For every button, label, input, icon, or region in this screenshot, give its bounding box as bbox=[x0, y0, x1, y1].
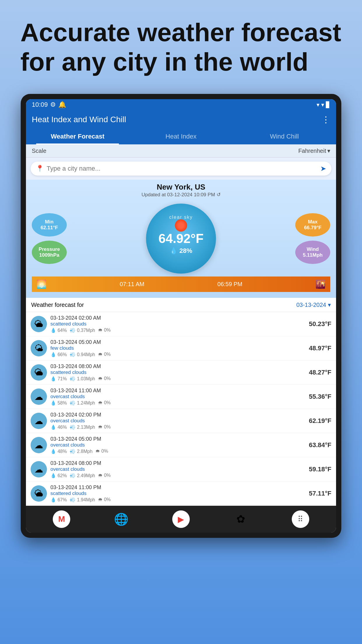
forecast-datetime: 03-13-2024 11:00 AM bbox=[50, 388, 305, 394]
forecast-meta: 💧 48% 💨 2.8Mph 🌧 0% bbox=[50, 449, 305, 454]
forecast-details: 03-13-2024 08:00 PM overcast clouds 💧 62… bbox=[50, 460, 305, 478]
forecast-label: Weather forecast for bbox=[31, 302, 84, 308]
forecast-meta: 💧 64% 💨 0.37Mph 🌧 0% bbox=[50, 328, 305, 333]
min-value: 62.11°F bbox=[41, 225, 58, 231]
search-bar: 📍 ➤ bbox=[31, 162, 331, 176]
menu-icon[interactable]: ⋮ bbox=[321, 114, 330, 125]
max-value: 66.79°F bbox=[304, 225, 321, 231]
forecast-row: ☁ 03-13-2024 11:00 AM overcast clouds 💧 … bbox=[26, 385, 336, 409]
wifi-full-icon: ▾ bbox=[321, 101, 324, 108]
tab-heat-index[interactable]: Heat Index bbox=[129, 129, 233, 144]
location-icon: 📍 bbox=[36, 165, 44, 172]
forecast-temp: 62.19°F bbox=[309, 417, 331, 425]
forecast-temp: 63.84°F bbox=[309, 441, 331, 449]
sunset-time: 06:59 PM bbox=[217, 281, 242, 288]
forecast-meta: 💧 46% 💨 2.13Mph 🌧 0% bbox=[50, 424, 305, 430]
humidity-icon: 💧 67% bbox=[50, 497, 67, 503]
nav-chrome-icon[interactable]: 🌐 bbox=[113, 510, 130, 528]
forecast-cloud-icon: 🌥 bbox=[31, 316, 47, 332]
humidity-icon: 💧 62% bbox=[50, 473, 67, 478]
forecast-cloud-icon: ☁ bbox=[31, 388, 47, 405]
forecast-details: 03-13-2024 05:00 AM few clouds 💧 66% 💨 0… bbox=[50, 339, 305, 357]
nav-apps-icon[interactable]: ⠿ bbox=[292, 510, 309, 528]
humidity-value: 28% bbox=[179, 247, 192, 255]
forecast-datetime: 03-13-2024 02:00 PM bbox=[50, 412, 305, 418]
chevron-down-icon: ▾ bbox=[328, 301, 331, 308]
rain-icon: 🌧 0% bbox=[98, 400, 111, 406]
scale-dropdown[interactable]: Fahrenheit ▾ bbox=[298, 147, 330, 154]
rain-icon: 🌧 0% bbox=[98, 424, 111, 430]
humidity-icon: 💧 64% bbox=[50, 328, 67, 333]
wind-icon: 💨 1.24Mph bbox=[70, 400, 95, 406]
forecast-cloud-icon: 🌥 bbox=[31, 364, 47, 381]
forecast-cloud-icon: ☁ bbox=[31, 437, 47, 453]
forecast-meta: 💧 71% 💨 1.03Mph 🌧 0% bbox=[50, 376, 305, 382]
pressure-badge: Pressure 1009hPa bbox=[32, 241, 67, 264]
wind-icon: 💨 0.37Mph bbox=[70, 328, 95, 333]
pressure-label: Pressure bbox=[39, 246, 60, 252]
forecast-header: Weather forecast for 03-13-2024 ▾ bbox=[26, 298, 336, 312]
send-icon[interactable]: ➤ bbox=[320, 164, 326, 173]
max-badge: Max 66.79°F bbox=[295, 213, 330, 237]
forecast-datetime: 03-13-2024 08:00 PM bbox=[50, 460, 305, 466]
sun-icon bbox=[175, 219, 187, 232]
wind-label: Wind bbox=[307, 246, 319, 252]
signal-icon: ▊ bbox=[326, 101, 330, 108]
wind-icon: 💨 2.49Mph bbox=[70, 473, 95, 478]
search-input[interactable] bbox=[47, 165, 320, 172]
weather-circle: clear sky 64.92°F 💧 28% bbox=[146, 204, 216, 274]
nav-youtube-icon[interactable]: ▶ bbox=[172, 510, 190, 528]
forecast-row: ☁ 03-13-2024 08:00 PM overcast clouds 💧 … bbox=[26, 457, 336, 482]
rain-icon: 🌧 0% bbox=[98, 376, 111, 382]
forecast-temp: 48.97°F bbox=[309, 344, 331, 352]
humidity: 💧 28% bbox=[170, 247, 192, 255]
forecast-cloud-icon: 🌤 bbox=[31, 340, 47, 356]
tab-wind-chill[interactable]: Wind Chill bbox=[233, 129, 336, 144]
forecast-details: 03-13-2024 11:00 PM scattered clouds 💧 6… bbox=[50, 484, 305, 503]
humidity-icon: 💧 46% bbox=[50, 424, 67, 430]
hero-title: Accurate weather forecast for any city i… bbox=[20, 18, 342, 76]
status-left: 10:09 ⚙ 🔔 bbox=[32, 101, 66, 108]
nav-photos-icon[interactable]: ✿ bbox=[232, 510, 249, 528]
forecast-meta: 💧 62% 💨 2.49Mph 🌧 0% bbox=[50, 473, 305, 478]
status-bar: 10:09 ⚙ 🔔 ▾ ▾ ▊ bbox=[26, 99, 336, 110]
humidity-icon: 💧 58% bbox=[50, 400, 67, 406]
forecast-date-selector[interactable]: 03-13-2024 ▾ bbox=[296, 301, 331, 308]
tablet-screen: 10:09 ⚙ 🔔 ▾ ▾ ▊ Heat Index and Wind Chil… bbox=[26, 99, 336, 533]
app-bar: Heat Index and Wind Chill ⋮ bbox=[26, 110, 336, 129]
scale-value: Fahrenheit bbox=[298, 148, 326, 154]
forecast-datetime: 03-13-2024 02:00 AM bbox=[50, 315, 305, 321]
forecast-datetime: 03-13-2024 11:00 PM bbox=[50, 484, 305, 491]
forecast-condition: scattered clouds bbox=[50, 321, 305, 327]
forecast-details: 03-13-2024 08:00 AM scattered clouds 💧 7… bbox=[50, 363, 305, 382]
forecast-condition: overcast clouds bbox=[50, 442, 305, 448]
tab-weather-forecast[interactable]: Weather Forecast bbox=[26, 129, 129, 144]
forecast-temp: 57.11°F bbox=[309, 490, 331, 497]
rain-icon: 🌧 0% bbox=[98, 473, 111, 478]
wind-value: 5.11Mph bbox=[303, 252, 323, 258]
wind-icon: 💨 1.03Mph bbox=[70, 376, 95, 382]
forecast-row: 🌥 03-13-2024 08:00 AM scattered clouds 💧… bbox=[26, 360, 336, 385]
hero-section: Accurate weather forecast for any city i… bbox=[0, 0, 362, 88]
forecast-row: 🌥 03-13-2024 11:00 PM scattered clouds 💧… bbox=[26, 482, 336, 506]
nav-gmail-icon[interactable]: M bbox=[53, 510, 70, 528]
forecast-row: 🌥 03-13-2024 02:00 AM scattered clouds 💧… bbox=[26, 312, 336, 336]
city-name: New York, US bbox=[32, 183, 330, 192]
sunrise-bar: 🌅 07:11 AM 06:59 PM 🌇 bbox=[32, 276, 330, 292]
forecast-cloud-icon: ☁ bbox=[31, 413, 47, 429]
forecast-details: 03-13-2024 11:00 AM overcast clouds 💧 58… bbox=[50, 388, 305, 406]
forecast-details: 03-13-2024 05:00 PM overcast clouds 💧 48… bbox=[50, 436, 305, 454]
bottom-nav: M 🌐 ▶ ✿ ⠿ bbox=[26, 506, 336, 533]
scale-bar: Scale Fahrenheit ▾ bbox=[26, 144, 336, 158]
forecast-meta: 💧 58% 💨 1.24Mph 🌧 0% bbox=[50, 400, 305, 406]
drop-icon: 💧 bbox=[170, 247, 178, 255]
weather-display: Min 62.11°F Pressure 1009hPa clear sky 6… bbox=[32, 201, 330, 276]
forecast-row: ☁ 03-13-2024 02:00 PM overcast clouds 💧 … bbox=[26, 409, 336, 433]
forecast-details: 03-13-2024 02:00 PM overcast clouds 💧 46… bbox=[50, 412, 305, 430]
wifi-icon: ▾ bbox=[317, 101, 319, 108]
forecast-row: 🌤 03-13-2024 05:00 AM few clouds 💧 66% 💨… bbox=[26, 336, 336, 360]
temperature: 64.92°F bbox=[159, 231, 204, 246]
weather-circle-wrap: clear sky 64.92°F 💧 28% bbox=[146, 204, 216, 274]
forecast-datetime: 03-13-2024 08:00 AM bbox=[50, 363, 305, 370]
status-right: ▾ ▾ ▊ bbox=[317, 101, 330, 108]
